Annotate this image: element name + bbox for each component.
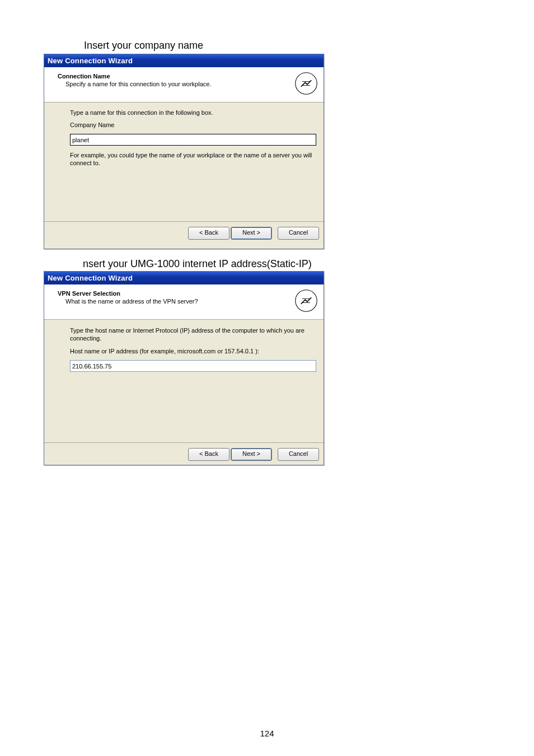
next-button[interactable]: Next > <box>231 227 272 240</box>
cancel-button[interactable]: Cancel <box>278 227 319 240</box>
page-number: 124 <box>0 729 534 738</box>
header-title: VPN Server Selection <box>58 290 317 297</box>
connection-icon <box>294 72 318 95</box>
company-name-input[interactable] <box>70 134 316 146</box>
back-button[interactable]: < Back <box>188 448 229 461</box>
new-connection-wizard-vpn: New Connection Wizard VPN Server Selecti… <box>44 271 324 465</box>
back-button[interactable]: < Back <box>188 227 229 240</box>
wizard-header: VPN Server Selection What is the name or… <box>44 284 324 320</box>
window-titlebar: New Connection Wizard <box>44 272 324 284</box>
cancel-button[interactable]: Cancel <box>278 448 319 461</box>
header-title: Connection Name <box>58 73 317 80</box>
caption-insert-ip: nsert your UMG-1000 internet IP address(… <box>83 258 312 270</box>
body-instruction: Type a name for this connection in the f… <box>70 109 307 116</box>
next-button[interactable]: Next > <box>231 448 272 461</box>
wizard-body: Type the host name or Internet Protocol … <box>44 320 324 442</box>
wizard-header: Connection Name Specify a name for this … <box>44 67 324 102</box>
header-subtitle: What is the name or address of the VPN s… <box>65 298 317 305</box>
header-subtitle: Specify a name for this connection to yo… <box>65 81 317 87</box>
host-ip-label: Host name or IP address (for example, mi… <box>70 348 307 354</box>
connection-icon <box>294 289 318 312</box>
example-text: For example, you could type the name of … <box>70 151 316 167</box>
company-name-label: Company Name <box>70 122 307 128</box>
caption-insert-company: Insert your company name <box>84 40 203 52</box>
window-titlebar: New Connection Wizard <box>44 54 324 67</box>
body-instruction: Type the host name or Internet Protocol … <box>70 326 316 342</box>
wizard-footer: < Back Next > Cancel <box>44 443 324 465</box>
host-ip-input[interactable] <box>70 360 316 372</box>
new-connection-wizard-company: New Connection Wizard Connection Name Sp… <box>44 54 324 249</box>
wizard-body: Type a name for this connection in the f… <box>44 102 324 221</box>
wizard-footer: < Back Next > Cancel <box>44 222 324 244</box>
